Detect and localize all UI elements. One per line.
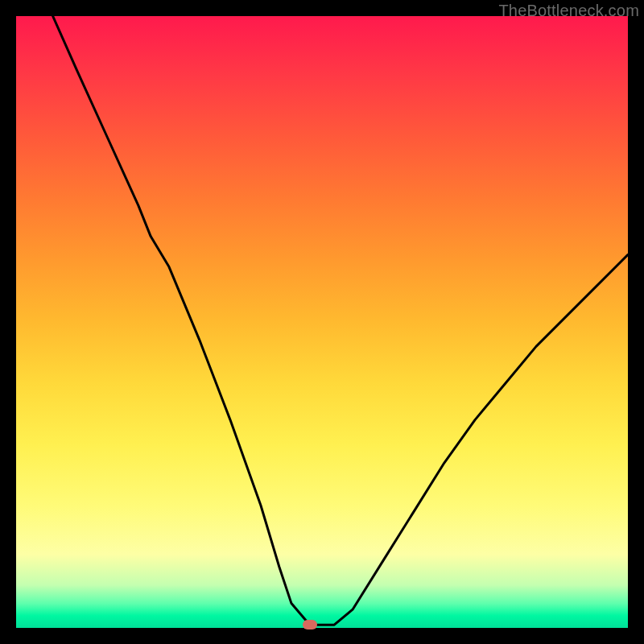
- bottleneck-marker: [303, 620, 317, 630]
- chart-frame: TheBottleneck.com: [0, 0, 644, 644]
- plot-area: [16, 16, 628, 628]
- curve-line: [16, 16, 628, 628]
